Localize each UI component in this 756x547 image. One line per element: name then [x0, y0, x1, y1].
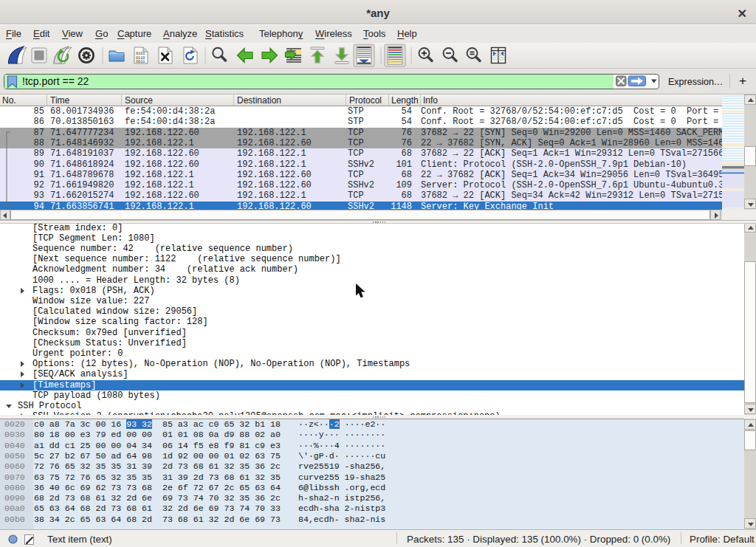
svg-text:0011: 0011 [136, 60, 145, 64]
